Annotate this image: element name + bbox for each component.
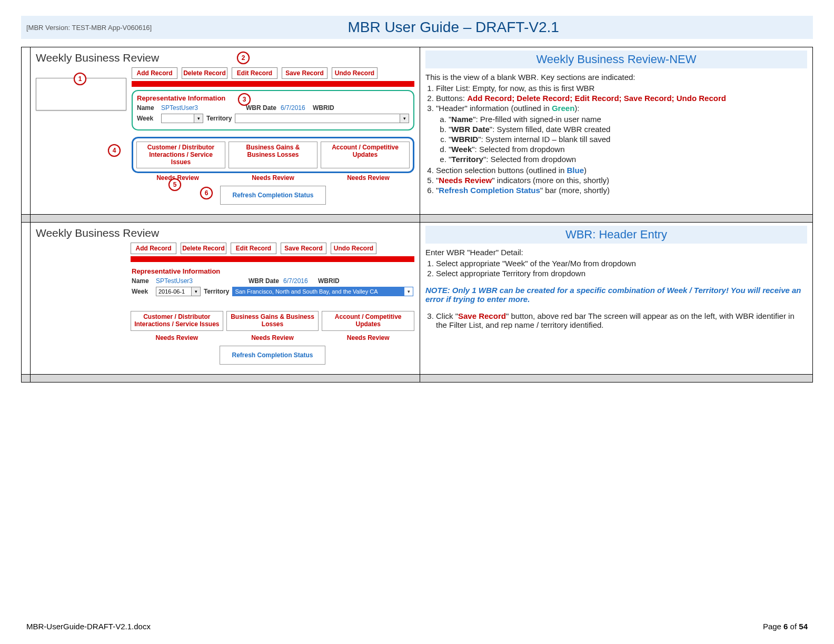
notes2-item-2: Select appropriate Territory from dropdo… bbox=[436, 269, 807, 278]
edit-record-button[interactable]: Edit Record bbox=[232, 67, 277, 79]
doc-title: MBR User Guide – DRAFT-V2.1 bbox=[99, 19, 808, 36]
needs-review-2: Needs Review bbox=[227, 174, 319, 182]
screenshot-panel-2: Weekly Business Review Add Record Delete… bbox=[31, 223, 420, 374]
section-buttons: Customer / Distributor Interactions / Se… bbox=[132, 137, 414, 173]
notes-item-4: Section selection buttons (outlined in B… bbox=[436, 166, 807, 175]
separator bbox=[22, 215, 812, 223]
territory-dropdown[interactable]: San Francisco, North and South Bay, and … bbox=[232, 287, 413, 296]
territory-label: Territory bbox=[204, 288, 229, 295]
needs-review-3: Needs Review bbox=[322, 334, 414, 341]
section-account-button[interactable]: Account / Competitive Updates bbox=[322, 311, 414, 331]
save-record-button[interactable]: Save Record bbox=[282, 67, 327, 79]
notes-item-2: Buttons: Add Record; Delete Record; Edit… bbox=[436, 94, 807, 103]
notes-title-2: WBR: Header Entry bbox=[425, 226, 807, 244]
name-value: SPTestUser3 bbox=[156, 277, 245, 285]
name-label: Name bbox=[137, 104, 158, 112]
callout-4: 4 bbox=[108, 144, 121, 157]
week-label: Week bbox=[132, 288, 153, 295]
wbrid-label: WBRID bbox=[313, 104, 334, 112]
section-account-button[interactable]: Account / Competitive Updates bbox=[321, 142, 410, 168]
notes-intro-2: Enter WBR "Header" Detail: bbox=[425, 248, 807, 257]
needs-review-3: Needs Review bbox=[322, 174, 414, 182]
wbrdate-label: WBR Date bbox=[246, 104, 277, 112]
edit-record-button[interactable]: Edit Record bbox=[231, 243, 276, 254]
notes-item-3: "Header" information (outlined in Green)… bbox=[436, 104, 807, 164]
callout-1: 1 bbox=[74, 73, 86, 85]
notes-item-6: "Refresh Completion Status" bar (more, s… bbox=[436, 186, 807, 195]
refresh-status-button[interactable]: Refresh Completion Status bbox=[220, 346, 325, 365]
record-buttons: Add Record Delete Record Edit Record Sav… bbox=[131, 243, 414, 254]
rep-info-title: Representative Information bbox=[137, 94, 409, 102]
delete-record-button[interactable]: Delete Record bbox=[182, 67, 227, 79]
undo-record-button[interactable]: Undo Record bbox=[331, 243, 376, 254]
chevron-down-icon: ▾ bbox=[400, 114, 409, 123]
app-title: Weekly Business Review bbox=[36, 227, 414, 239]
page-footer: MBR-UserGuide-DRAFT-V2.1.docx Page 6 of … bbox=[26, 622, 808, 631]
delete-record-button[interactable]: Delete Record bbox=[181, 243, 226, 254]
territory-label: Territory bbox=[206, 115, 232, 122]
rep-info-box: 3 Representative Information Name SPTest… bbox=[132, 90, 414, 130]
notes-panel-2: WBR: Header Entry Enter WBR "Header" Det… bbox=[420, 223, 812, 374]
wbrdate-label: WBR Date bbox=[249, 277, 280, 285]
notes-item-5: "Needs Review" indicators (more on this,… bbox=[436, 176, 807, 185]
wbrdate-value: 6/7/2016 bbox=[281, 104, 310, 112]
week-dropdown[interactable]: ▾ bbox=[161, 114, 203, 123]
footer-file: MBR-UserGuide-DRAFT-V2.1.docx bbox=[26, 622, 151, 631]
undo-record-button[interactable]: Undo Record bbox=[332, 67, 378, 79]
red-bar bbox=[132, 81, 414, 87]
wbrdate-value: 6/7/2016 bbox=[283, 277, 315, 285]
week-dropdown[interactable]: 2016-06-1 ▾ bbox=[156, 287, 201, 296]
footer-page: Page 6 of 54 bbox=[763, 622, 808, 631]
notes-item-1: Filter List: Empty, for now, as this is … bbox=[436, 84, 807, 93]
territory-dropdown[interactable]: ▾ bbox=[235, 114, 409, 123]
section-gains-button[interactable]: Business Gains & Business Losses bbox=[229, 142, 317, 168]
row-gutter bbox=[22, 47, 31, 214]
chevron-down-icon: ▾ bbox=[404, 287, 413, 296]
notes-title-1: Weekly Business Review-NEW bbox=[425, 51, 807, 68]
chevron-down-icon: ▾ bbox=[191, 287, 200, 296]
callout-2: 2 bbox=[237, 52, 250, 64]
name-label: Name bbox=[132, 277, 153, 285]
rep-info-title: Representative Information bbox=[132, 267, 413, 275]
week-label: Week bbox=[137, 115, 158, 122]
doc-header: [MBR Version: TEST-MBR App-V060616] MBR … bbox=[21, 16, 813, 39]
notes2-item-3: Click "Save Record" button, above red ba… bbox=[436, 311, 807, 329]
refresh-status-button[interactable]: Refresh Completion Status bbox=[220, 186, 325, 205]
separator bbox=[22, 375, 812, 382]
rep-info-box: Representative Information Name SPTestUs… bbox=[131, 265, 414, 303]
section-gains-button[interactable]: Business Gains & Business Losses bbox=[226, 311, 319, 331]
screenshot-panel-1: Weekly Business Review 2 1 Add Record De… bbox=[31, 47, 420, 214]
section-customer-button[interactable]: Customer / Distributor Interactions / Se… bbox=[136, 142, 225, 168]
needs-review-row: Needs Review Needs Review Needs Review bbox=[131, 334, 414, 341]
save-record-button[interactable]: Save Record bbox=[281, 243, 326, 254]
needs-review-2: Needs Review bbox=[226, 334, 319, 341]
notes2-item-1: Select appropriate "Week" of the Year/Mo… bbox=[436, 259, 807, 268]
app-title: Weekly Business Review bbox=[36, 52, 414, 64]
callout-3: 3 bbox=[238, 93, 251, 106]
notes-panel-1: Weekly Business Review-NEW This is the v… bbox=[420, 47, 812, 214]
notes2-note: NOTE: Only 1 WBR can be created for a sp… bbox=[425, 286, 807, 304]
wbrid-label: WBRID bbox=[318, 277, 340, 285]
name-value: SPTestUser3 bbox=[161, 104, 243, 112]
record-buttons: Add Record Delete Record Edit Record Sav… bbox=[132, 67, 414, 79]
needs-review-1: Needs Review bbox=[131, 334, 223, 341]
add-record-button[interactable]: Add Record bbox=[131, 243, 176, 254]
chevron-down-icon: ▾ bbox=[194, 114, 203, 123]
notes-intro-1: This is the view of a blank WBR. Key sec… bbox=[425, 73, 807, 82]
row-gutter bbox=[22, 223, 31, 374]
add-record-button[interactable]: Add Record bbox=[132, 67, 177, 79]
red-bar bbox=[131, 256, 414, 262]
section-buttons: Customer / Distributor Interactions / Se… bbox=[131, 309, 414, 333]
section-customer-button[interactable]: Customer / Distributor Interactions / Se… bbox=[131, 311, 223, 331]
